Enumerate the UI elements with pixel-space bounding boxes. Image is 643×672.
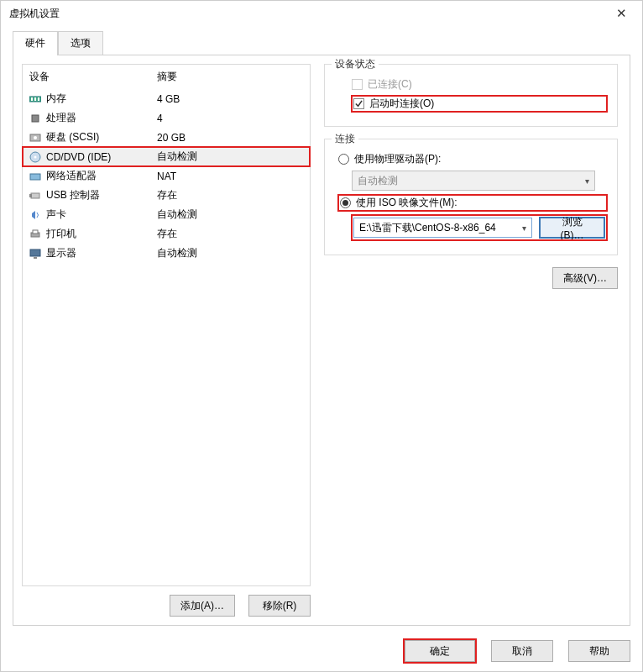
- device-status-legend: 设备状态: [332, 57, 379, 71]
- hardware-row[interactable]: 硬盘 (SCSI)20 GB: [23, 128, 310, 147]
- browse-button[interactable]: 浏览(B)…: [539, 217, 605, 239]
- connection-legend: 连接: [332, 132, 358, 146]
- printer-icon: [28, 228, 43, 240]
- hardware-summary: 存在: [157, 188, 177, 202]
- hardware-summary: 存在: [157, 227, 177, 241]
- col-device: 设备: [29, 70, 157, 84]
- physical-drive-combo: 自动检测 ▾: [352, 171, 595, 191]
- hardware-name: 打印机: [46, 227, 157, 241]
- iso-file-radio[interactable]: [340, 197, 351, 208]
- physical-drive-value: 自动检测: [358, 174, 398, 188]
- hardware-name: 硬盘 (SCSI): [46, 130, 157, 144]
- footer-buttons: 确定 取消 帮助: [404, 639, 630, 663]
- svg-rect-13: [33, 230, 38, 234]
- hardware-name: 声卡: [46, 207, 157, 222]
- advanced-button[interactable]: 高级(V)…: [552, 267, 618, 289]
- hardware-name: 处理器: [46, 111, 157, 125]
- hardware-row[interactable]: CD/DVD (IDE)自动检测: [23, 147, 310, 166]
- hardware-row[interactable]: 处理器4: [23, 108, 310, 128]
- hardware-list-header: 设备 摘要: [23, 65, 310, 89]
- svg-rect-10: [31, 193, 39, 198]
- hardware-summary: 4: [157, 113, 163, 124]
- connected-checkbox: [352, 79, 363, 90]
- remove-button[interactable]: 移除(R): [248, 595, 311, 617]
- svg-point-6: [34, 136, 37, 139]
- connection-group: 连接 使用物理驱动器(P): 自动检测 ▾ 使用 ISO 映像文件(M):: [324, 139, 618, 255]
- connect-at-power-label: 启动时连接(O): [369, 97, 434, 111]
- hardware-name: 网络适配器: [46, 169, 157, 183]
- sound-icon: [28, 209, 43, 221]
- svg-rect-3: [38, 97, 39, 101]
- connect-at-power-checkbox[interactable]: [353, 98, 364, 109]
- device-status-group: 设备状态 已连接(C) 启动时连接(O): [324, 64, 618, 127]
- hardware-summary: NAT: [157, 171, 176, 182]
- hardware-row[interactable]: 网络适配器NAT: [23, 166, 310, 186]
- svg-rect-11: [29, 194, 32, 197]
- close-icon[interactable]: ✕: [609, 6, 634, 21]
- svg-rect-14: [30, 249, 40, 256]
- svg-rect-2: [34, 97, 36, 101]
- svg-rect-9: [30, 174, 40, 180]
- hardware-row[interactable]: 声卡自动检测: [23, 205, 310, 224]
- cpu-icon: [28, 113, 43, 124]
- svg-rect-4: [32, 115, 39, 122]
- net-icon: [28, 171, 43, 182]
- chevron-down-icon[interactable]: ▾: [522, 223, 526, 233]
- hardware-summary: 4 GB: [157, 93, 180, 105]
- hardware-name: 显示器: [46, 246, 157, 260]
- memory-icon: [28, 93, 43, 105]
- svg-point-8: [34, 155, 37, 158]
- disk-icon: [28, 132, 43, 144]
- tab-hardware[interactable]: 硬件: [13, 31, 58, 55]
- iso-file-label: 使用 ISO 映像文件(M):: [356, 196, 457, 210]
- ok-button[interactable]: 确定: [405, 640, 475, 662]
- iso-path-combo[interactable]: E:\迅雷下载\CentOS-8-x86_64 ▾: [353, 218, 532, 238]
- hardware-summary: 20 GB: [157, 132, 186, 144]
- hardware-row[interactable]: 显示器自动检测: [23, 244, 310, 263]
- tabs: 硬件 选项: [13, 31, 630, 55]
- hardware-row[interactable]: 打印机存在: [23, 224, 310, 244]
- col-summary: 摘要: [157, 70, 177, 84]
- svg-rect-1: [31, 97, 33, 101]
- vm-settings-window: 虚拟机设置 ✕ 硬件 选项 设备 摘要 内存4 GB处理器4硬盘 (SCSI)2…: [0, 0, 643, 672]
- svg-rect-15: [34, 257, 37, 259]
- physical-drive-radio[interactable]: [338, 154, 349, 165]
- hardware-row[interactable]: 内存4 GB: [23, 89, 310, 108]
- iso-path-value: E:\迅雷下载\CentOS-8-x86_64: [359, 221, 496, 235]
- add-button[interactable]: 添加(A)…: [170, 595, 235, 617]
- help-button[interactable]: 帮助: [568, 640, 630, 662]
- chevron-down-icon: ▾: [585, 176, 589, 186]
- tab-options[interactable]: 选项: [58, 31, 103, 55]
- hardware-list: 设备 摘要 内存4 GB处理器4硬盘 (SCSI)20 GBCD/DVD (ID…: [22, 64, 311, 586]
- hardware-summary: 自动检测: [157, 150, 197, 164]
- cd-icon: [28, 151, 43, 163]
- tab-panel: 设备 摘要 内存4 GB处理器4硬盘 (SCSI)20 GBCD/DVD (ID…: [13, 55, 630, 626]
- connected-label: 已连接(C): [368, 77, 412, 92]
- hardware-name: 内存: [46, 92, 157, 106]
- physical-drive-label: 使用物理驱动器(P):: [354, 152, 441, 166]
- usb-icon: [28, 190, 43, 202]
- hardware-row[interactable]: USB 控制器存在: [23, 186, 310, 205]
- hardware-summary: 自动检测: [157, 246, 197, 260]
- hardware-name: CD/DVD (IDE): [46, 151, 157, 163]
- hardware-name: USB 控制器: [46, 188, 157, 202]
- hardware-summary: 自动检测: [157, 207, 197, 222]
- display-icon: [28, 248, 43, 260]
- window-title: 虚拟机设置: [9, 7, 60, 21]
- titlebar: 虚拟机设置 ✕: [1, 1, 642, 26]
- cancel-button[interactable]: 取消: [491, 640, 553, 662]
